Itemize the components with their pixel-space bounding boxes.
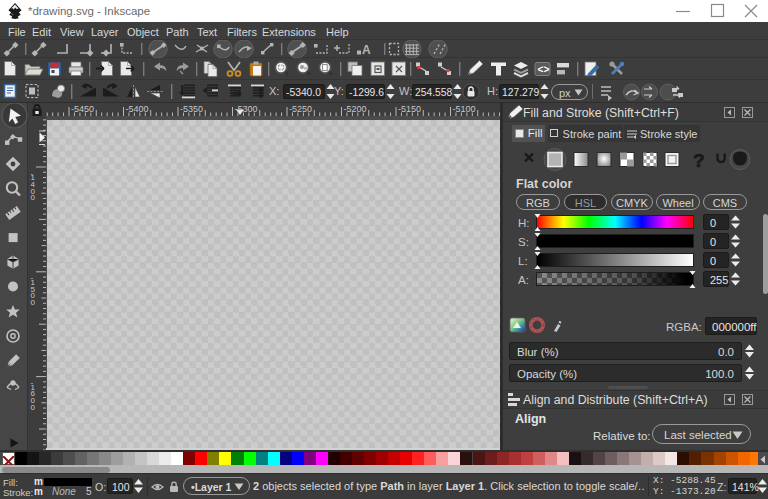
svg-text:A: A (362, 43, 371, 57)
svg-text:<>: <> (538, 65, 550, 76)
svg-text:-5200: -5200 (344, 104, 367, 114)
svg-text:-5350: -5350 (180, 104, 203, 114)
svg-text:0: 0 (31, 193, 36, 202)
svg-text:-5400: -5400 (126, 104, 149, 114)
svg-text:-5450: -5450 (71, 104, 94, 114)
svg-text:?: ? (693, 150, 705, 171)
svg-text:0: 0 (31, 403, 36, 412)
svg-text:0: 0 (31, 298, 36, 307)
svg-text:-5150: -5150 (398, 104, 421, 114)
svg-text:-5250: -5250 (289, 104, 312, 114)
svg-text:-5100: -5100 (453, 104, 476, 114)
